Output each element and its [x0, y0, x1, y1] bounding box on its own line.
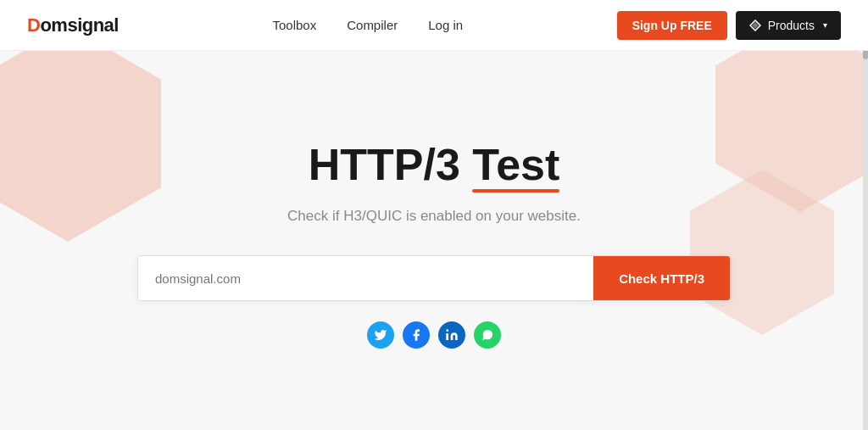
scrollbar[interactable] [863, 0, 868, 430]
diamond-icon [749, 20, 761, 31]
url-search-container: Check HTTP/3 [137, 255, 731, 301]
hero-subtitle: Check if H3/QUIC is enabled on your webs… [287, 208, 581, 225]
nav-toolbox[interactable]: Toolbox [273, 18, 317, 32]
nav-compiler[interactable]: Compiler [347, 18, 398, 32]
linkedin-share-button[interactable] [438, 321, 465, 349]
logo[interactable]: Domsignal [27, 14, 119, 36]
twitter-share-button[interactable] [367, 321, 394, 349]
whatsapp-icon [481, 328, 494, 342]
facebook-share-button[interactable] [403, 321, 430, 349]
nav-login[interactable]: Log in [428, 18, 463, 32]
twitter-icon [374, 328, 387, 342]
signup-button[interactable]: Sign Up FREE [617, 11, 727, 40]
logo-text: omsignal [40, 14, 119, 36]
chevron-down-icon: ▾ [823, 20, 827, 30]
hex-left-decoration [0, 51, 161, 242]
url-input[interactable] [138, 256, 593, 300]
hero-section: HTTP/3 Test Check if H3/QUIC is enabled … [0, 51, 868, 430]
title-http3: HTTP/3 [309, 140, 473, 189]
social-share-row [367, 321, 501, 349]
hero-title: HTTP/3 Test [309, 141, 560, 189]
logo-d-letter: D [27, 14, 40, 36]
svg-point-0 [446, 329, 448, 332]
linkedin-icon [445, 328, 459, 342]
title-test: Test [472, 141, 559, 189]
navbar: Domsignal Toolbox Compiler Log in Sign U… [0, 0, 868, 51]
nav-actions: Sign Up FREE Products ▾ [617, 11, 841, 40]
whatsapp-share-button[interactable] [474, 321, 501, 349]
nav-links: Toolbox Compiler Log in [273, 18, 464, 32]
products-label: Products [768, 19, 815, 32]
products-button[interactable]: Products ▾ [736, 11, 841, 40]
facebook-icon [409, 328, 423, 342]
check-button[interactable]: Check HTTP/3 [593, 256, 730, 300]
